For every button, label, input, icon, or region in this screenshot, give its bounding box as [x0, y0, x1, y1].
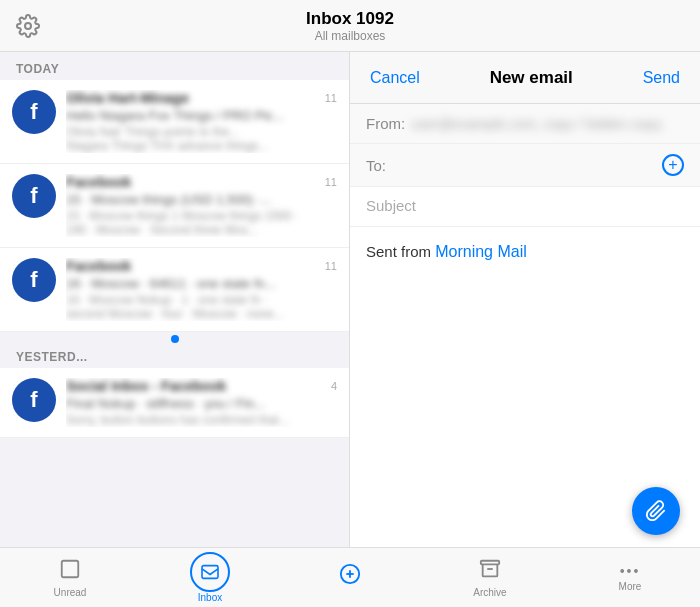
- more-icon: •••: [620, 563, 641, 579]
- email-subject: Final Nokup · stiffness · you / Fin...: [66, 396, 325, 411]
- tab-item-archive[interactable]: Archive: [420, 552, 560, 604]
- email-list-panel: TODAY f Olivia Hart-Minage Hello Niagara…: [0, 52, 350, 547]
- header-center: Inbox 1092 All mailboxes: [56, 9, 644, 43]
- tab-label-archive: Archive: [473, 587, 506, 598]
- svg-point-0: [25, 23, 31, 29]
- compose-header: Cancel New email Send: [350, 52, 700, 104]
- email-content: Social Inbox - Facebook Final Nokup · st…: [66, 378, 325, 427]
- tab-item-compose[interactable]: [280, 557, 420, 598]
- yesterday-section-label: YESTERD...: [0, 340, 349, 368]
- cancel-button[interactable]: Cancel: [370, 69, 420, 87]
- from-label: From:: [366, 115, 405, 132]
- archive-icon: [479, 558, 501, 585]
- avatar: f: [12, 174, 56, 218]
- inbox-title: Inbox 1092: [56, 9, 644, 29]
- add-recipient-icon[interactable]: +: [662, 154, 684, 176]
- email-subject: 16 · Moscow · 64611 · one state fn...: [66, 276, 319, 291]
- to-label: To:: [366, 157, 386, 174]
- main-area: TODAY f Olivia Hart-Minage Hello Niagara…: [0, 52, 700, 547]
- today-section-label: TODAY: [0, 52, 349, 80]
- email-item[interactable]: f Facebook 16 · Moscow · 64611 · one sta…: [0, 248, 349, 332]
- compose-title: New email: [490, 68, 573, 88]
- app-wrapper: Inbox 1092 All mailboxes TODAY f Olivia …: [0, 0, 700, 607]
- svg-rect-6: [481, 560, 499, 564]
- email-item[interactable]: f Social Inbox - Facebook Final Nokup · …: [0, 368, 349, 438]
- body-text: Sent from: [366, 243, 435, 260]
- tab-label-unread: Unread: [54, 587, 87, 598]
- unread-icon: [59, 558, 81, 585]
- email-sender: Olivia Hart-Minage: [66, 90, 319, 106]
- tab-label-more: More: [619, 581, 642, 592]
- tab-item-unread[interactable]: Unread: [0, 552, 140, 604]
- from-field[interactable]: From: user@example.com, copy / hidden co…: [350, 104, 700, 144]
- email-time: 11: [325, 258, 337, 272]
- avatar: f: [12, 90, 56, 134]
- email-item[interactable]: f Facebook 15 · Moscow things (USD 1,500…: [0, 164, 349, 248]
- avatar: f: [12, 378, 56, 422]
- avatar: f: [12, 258, 56, 302]
- to-field[interactable]: To: +: [350, 144, 700, 187]
- email-content: Facebook 15 · Moscow things (USD 1,500) …: [66, 174, 319, 237]
- morning-mail-link[interactable]: Morning Mail: [435, 243, 527, 260]
- email-item[interactable]: f Olivia Hart-Minage Hello Niagara Fox T…: [0, 80, 349, 164]
- tab-item-inbox[interactable]: Inbox: [140, 546, 280, 607]
- email-preview-line2: 190 · Moscow · Second three Mos...: [66, 223, 319, 237]
- top-header: Inbox 1092 All mailboxes: [0, 0, 700, 52]
- email-preview-line2: second Moscow · four · Moscow · none...: [66, 307, 319, 321]
- email-sender: Facebook: [66, 174, 319, 190]
- subject-placeholder: Subject: [366, 197, 416, 214]
- email-preview: Olivia Nair Things points to the...: [66, 125, 319, 139]
- email-preview: 16 · Moscow Nokup · 1 · one state fn ·: [66, 293, 319, 307]
- inbox-icon-circle: [190, 552, 230, 592]
- email-subject: 15 · Moscow things (USD 1,500) ·...: [66, 192, 319, 207]
- svg-rect-1: [62, 560, 79, 577]
- email-content: Facebook 16 · Moscow · 64611 · one state…: [66, 258, 319, 321]
- compose-panel: Cancel New email Send From: user@example…: [350, 52, 700, 547]
- email-time: 11: [325, 174, 337, 188]
- email-time: 4: [331, 378, 337, 392]
- email-sender: Social Inbox - Facebook: [66, 378, 325, 394]
- email-preview: Sorry, button buttons has confirmed that…: [66, 413, 325, 427]
- email-preview: 15 · Moscow things 1 Moscow things 1500 …: [66, 209, 319, 223]
- email-subject: Hello Niagara Fox Things / PRO Pic...: [66, 108, 319, 123]
- unread-dot: [171, 335, 179, 343]
- fab-button[interactable]: [632, 487, 680, 535]
- email-sender: Facebook: [66, 258, 319, 274]
- tab-label-inbox: Inbox: [198, 592, 222, 603]
- svg-rect-2: [202, 566, 218, 579]
- from-value: user@example.com, copy / hidden copy;: [411, 116, 684, 132]
- email-time: 11: [325, 90, 337, 104]
- header-left: [16, 14, 56, 38]
- inbox-subtitle: All mailboxes: [56, 29, 644, 43]
- send-button[interactable]: Send: [643, 69, 680, 87]
- email-preview-line2: Niagara Things THX advance things...: [66, 139, 319, 153]
- tab-bar: Unread Inbox: [0, 547, 700, 607]
- compose-icon: [339, 563, 361, 590]
- gear-icon[interactable]: [16, 14, 40, 38]
- tab-item-more[interactable]: ••• More: [560, 557, 700, 598]
- subject-field[interactable]: Subject: [350, 187, 700, 227]
- email-content: Olivia Hart-Minage Hello Niagara Fox Thi…: [66, 90, 319, 153]
